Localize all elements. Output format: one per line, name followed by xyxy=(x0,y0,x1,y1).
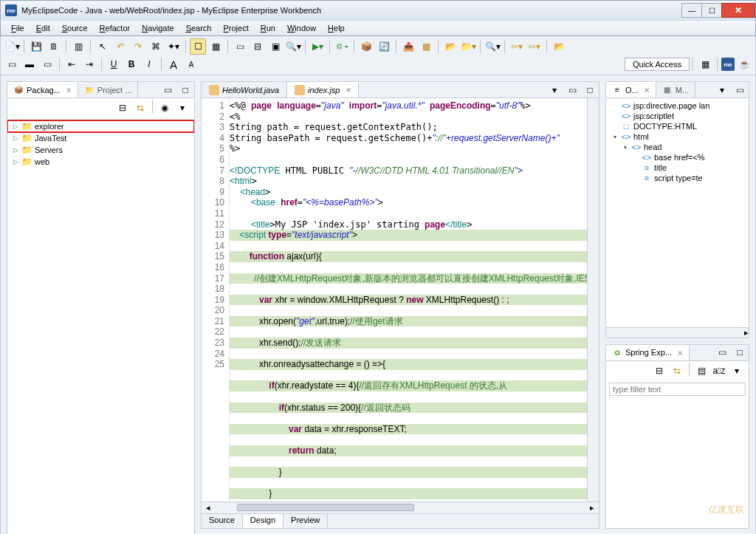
horizontal-scrollbar[interactable]: ▸ xyxy=(606,327,749,338)
package-icon[interactable]: 📦 xyxy=(358,38,374,55)
minimize-editor-icon[interactable]: ▭ xyxy=(564,82,580,98)
menu-run[interactable]: Run xyxy=(255,22,281,34)
menu-help[interactable]: Help xyxy=(322,22,351,34)
view-menu-icon[interactable]: ▾ xyxy=(174,100,190,116)
minimize-view-icon[interactable]: ▭ xyxy=(714,344,730,360)
tree-item[interactable]: ▷📁Servers xyxy=(7,144,194,156)
tab-project-explorer[interactable]: 📁Project ... xyxy=(78,82,138,97)
new-icon[interactable]: 📄▾ xyxy=(4,38,20,55)
link-icon[interactable]: ▣ xyxy=(267,38,284,55)
save-icon[interactable]: 💾 xyxy=(28,38,44,55)
myeclipse-perspective-icon[interactable]: me xyxy=(721,58,735,71)
link-editor-icon[interactable]: ⇆ xyxy=(132,100,148,116)
tree-item[interactable]: ▷📁JavaTest xyxy=(7,132,194,144)
sort-icon[interactable]: aͣz xyxy=(711,363,727,379)
run-icon[interactable]: ▶▾ xyxy=(309,38,326,55)
java-perspective-icon[interactable]: ☕ xyxy=(736,56,752,72)
menu-search[interactable]: Search xyxy=(180,22,218,34)
menu-file[interactable]: File xyxy=(5,22,30,34)
maximize-editor-icon[interactable]: □ xyxy=(582,82,598,98)
italic-icon[interactable]: I xyxy=(141,56,157,72)
font-smaller-icon[interactable]: A xyxy=(183,56,199,72)
outline-item[interactable]: ▾<>head xyxy=(609,142,746,152)
tab-outline[interactable]: ≡O...⨯ xyxy=(606,82,656,97)
tree-item[interactable]: ▷📁web xyxy=(7,156,194,168)
menu-project[interactable]: Project xyxy=(218,22,255,34)
vertical-scrollbar[interactable] xyxy=(587,98,599,502)
filter-icon[interactable]: ▤ xyxy=(693,363,709,379)
collapse-all-icon[interactable]: ⊟ xyxy=(114,100,131,116)
save-all-icon[interactable]: 🗎 xyxy=(46,38,62,55)
tab-list-icon[interactable]: ▾ xyxy=(546,82,563,98)
menu-window[interactable]: Window xyxy=(281,22,322,34)
cursor-icon[interactable]: ↖ xyxy=(94,38,111,55)
outline-item[interactable]: <>jsp:scriptlet xyxy=(609,111,746,121)
outdent-icon[interactable]: ⇤ xyxy=(63,56,80,72)
redo-icon[interactable]: ↷ xyxy=(130,38,146,55)
close-icon[interactable]: ⨯ xyxy=(66,86,72,94)
menu-refactor[interactable]: Refactor xyxy=(94,22,137,34)
select-icon[interactable]: ☐ xyxy=(190,38,206,55)
outline-item[interactable]: □DOCTYPE:HTML xyxy=(609,121,746,131)
undo-icon[interactable]: ↶ xyxy=(112,38,128,55)
open-folder-icon[interactable]: 📂 xyxy=(442,38,458,55)
focus-icon[interactable]: ◉ xyxy=(157,100,173,116)
minimize-view-icon[interactable]: ▭ xyxy=(159,82,176,98)
filter-input[interactable] xyxy=(609,383,746,396)
tree-item[interactable]: ▷📁explorer xyxy=(7,120,194,132)
debug-icon[interactable]: ⛭▾ xyxy=(334,38,350,55)
collapse-all-icon[interactable]: ⊟ xyxy=(651,363,667,379)
format-block-icon[interactable]: ▭ xyxy=(4,56,20,72)
code-editor[interactable]: <%@ page language="java" import="java.ut… xyxy=(230,98,587,502)
minimize-button[interactable]: — xyxy=(681,3,702,18)
view-menu-icon[interactable]: ▾ xyxy=(714,82,730,98)
underline-icon[interactable]: U xyxy=(106,56,122,72)
fill-icon[interactable]: ▬ xyxy=(21,56,38,72)
home-icon[interactable]: 📂 xyxy=(551,38,567,55)
close-button[interactable]: ✕ xyxy=(721,3,755,18)
toggle-icon[interactable]: ▭ xyxy=(232,38,248,55)
outline-item[interactable]: ▾<>html xyxy=(609,131,746,142)
font-bigger-icon[interactable]: A xyxy=(165,56,182,72)
outline-item[interactable]: <>jsp:directive.page lan xyxy=(609,100,746,111)
dashed-icon[interactable]: ▭ xyxy=(39,56,55,72)
back-icon[interactable]: ⇦▾ xyxy=(509,38,525,55)
menu-edit[interactable]: Edit xyxy=(30,22,56,34)
editor-tab[interactable]: index.jsp⨯ xyxy=(286,82,359,97)
refresh-icon[interactable]: 🔄 xyxy=(376,38,392,55)
outline-item[interactable]: ≡script type=te xyxy=(609,173,746,183)
indent-icon[interactable]: ⇥ xyxy=(81,56,97,72)
editor-mode-tab[interactable]: Source xyxy=(202,514,243,528)
menu-source[interactable]: Source xyxy=(56,22,94,34)
editor-mode-tab[interactable]: Preview xyxy=(284,514,328,528)
minimize-view-icon[interactable]: ▭ xyxy=(732,82,748,98)
close-icon[interactable]: ⨯ xyxy=(345,86,351,94)
grid-icon[interactable]: ▦ xyxy=(207,38,224,55)
outline-item[interactable]: ≡title xyxy=(609,162,746,173)
new-window-icon[interactable]: ▥ xyxy=(70,38,86,55)
scale-icon[interactable]: 🔍▾ xyxy=(285,38,301,55)
forward-icon[interactable]: ⇨▾ xyxy=(526,38,543,55)
quick-access[interactable]: Quick Access xyxy=(625,58,690,71)
menu-navigate[interactable]: Navigate xyxy=(136,22,179,34)
close-icon[interactable]: ⨯ xyxy=(677,349,683,357)
close-icon[interactable]: ⨯ xyxy=(644,86,650,94)
maximize-view-icon[interactable]: □ xyxy=(732,344,748,360)
tab-package-explorer[interactable]: 📦Packag...⨯ xyxy=(7,82,78,97)
folder-icon[interactable]: 📁▾ xyxy=(460,38,476,55)
server-icon[interactable]: ▦ xyxy=(418,38,434,55)
tab-minimap[interactable]: ▦M... xyxy=(656,82,695,97)
perspective-icon[interactable]: ▦ xyxy=(697,56,713,72)
deploy-icon[interactable]: 📤 xyxy=(400,38,416,55)
maximize-view-icon[interactable]: □ xyxy=(177,82,193,98)
link-icon[interactable]: ⇆ xyxy=(669,363,685,379)
outline-item[interactable]: <>base href=<% xyxy=(609,152,746,162)
maximize-button[interactable]: ☐ xyxy=(701,3,722,18)
tab-spring-explorer[interactable]: ✿Spring Exp...⨯ xyxy=(606,345,690,360)
editor-mode-tab[interactable]: Design xyxy=(243,514,284,528)
view-menu-icon[interactable]: ▾ xyxy=(729,363,745,379)
bold-icon[interactable]: B xyxy=(123,56,140,72)
format-icon[interactable]: ⌘ xyxy=(148,38,164,55)
editor-tab[interactable]: HelloWorld.java xyxy=(202,82,286,97)
search-icon[interactable]: 🔍▾ xyxy=(484,38,501,55)
